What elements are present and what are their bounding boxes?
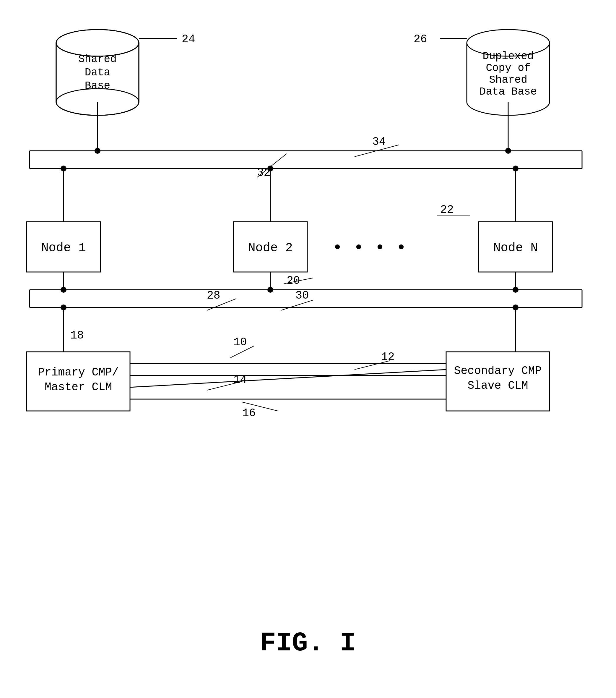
ref14-label: 14: [233, 373, 247, 386]
svg-point-40: [60, 287, 67, 293]
ref30-label: 30: [296, 289, 309, 302]
svg-rect-13: [30, 151, 582, 168]
primary-label2: Master CLM: [45, 381, 112, 393]
svg-point-44: [513, 287, 518, 293]
ref24-label: 24: [182, 33, 195, 45]
svg-line-54: [130, 369, 446, 387]
db1-label1: Shared: [78, 53, 117, 65]
db2-label2: Copy of: [486, 62, 530, 74]
ref22-label: 22: [440, 204, 454, 216]
ref34-label: 34: [372, 136, 386, 148]
svg-point-51: [513, 305, 518, 310]
fig-label: FIG. I: [260, 628, 356, 658]
db2-label4: Data Base: [479, 86, 537, 98]
svg-point-49: [60, 305, 67, 310]
db2-label3: Shared: [489, 74, 527, 86]
ref20-label: 20: [287, 274, 300, 287]
db2-label1: Duplexed: [483, 50, 534, 62]
svg-point-36: [513, 166, 518, 171]
secondary-label1: Secondary CMP: [454, 364, 542, 377]
svg-point-26: [505, 148, 511, 154]
node1-label: Node 1: [41, 241, 86, 255]
db1-label3: Base: [85, 80, 110, 92]
nodeN-label: Node N: [493, 241, 538, 255]
secondary-label2: Slave CLM: [468, 379, 528, 392]
ref26-label: 26: [414, 33, 427, 45]
primary-label1: Primary CMP/: [38, 366, 119, 379]
svg-point-42: [267, 287, 273, 293]
diagram-container: text { font-family: 'Courier New', Couri…: [0, 0, 616, 698]
node2-label: Node 2: [248, 241, 292, 255]
ref18-label: 18: [70, 329, 84, 342]
ref12-label: 12: [381, 351, 395, 363]
ref32-label: 32: [257, 166, 271, 179]
ref28-label: 28: [207, 289, 220, 302]
ref10-label: 10: [233, 336, 247, 349]
svg-point-32: [60, 166, 67, 171]
db1-label2: Data: [85, 67, 110, 79]
ellipsis: • • • •: [332, 238, 406, 258]
ref16-label: 16: [242, 407, 256, 419]
svg-point-24: [95, 148, 100, 154]
